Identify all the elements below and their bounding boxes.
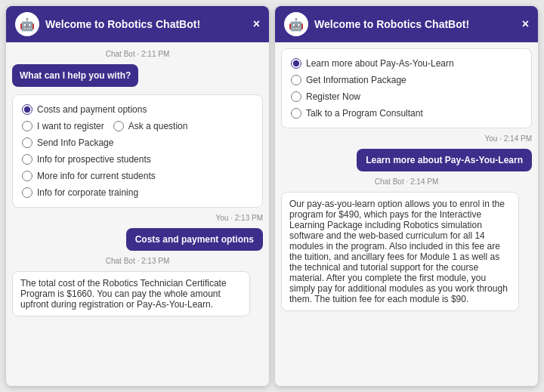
left-option-label-5: More info for current students xyxy=(37,171,156,181)
right-bot-response: Our pay-as-you-learn option allows you t… xyxy=(281,192,519,311)
right-option-label-2: Register Now xyxy=(306,91,360,102)
left-chat-title: Welcome to Robotics ChatBot! xyxy=(45,18,247,30)
left-option-3[interactable]: Send Info Package xyxy=(20,134,255,151)
right-option-2[interactable]: Register Now xyxy=(289,88,524,105)
left-option-label-3: Send Info Package xyxy=(37,137,113,148)
left-bot-response: The total cost of the Robotics Technicia… xyxy=(12,271,250,316)
left-close-button[interactable]: × xyxy=(253,18,260,30)
left-option-label-0: Costs and payment options xyxy=(37,104,147,115)
right-chat-header: 🤖 Welcome to Robotics ChatBot! × xyxy=(275,6,538,42)
left-radio-0[interactable] xyxy=(22,104,32,115)
left-option-4[interactable]: Info for prospective students xyxy=(20,151,255,168)
left-option-1[interactable]: I want to register xyxy=(20,118,106,134)
left-option-label-1: I want to register xyxy=(37,121,104,131)
left-radio-4[interactable] xyxy=(22,154,32,165)
left-radio-group: Costs and payment options I want to regi… xyxy=(12,94,263,208)
right-user-bubble: Learn more about Pay-As-You-Learn xyxy=(357,149,532,171)
right-radio-1[interactable] xyxy=(291,75,301,85)
right-bot-icon: 🤖 xyxy=(284,12,308,36)
left-option-0[interactable]: Costs and payment options xyxy=(20,101,255,118)
left-timestamp2: You · 2:13 PM xyxy=(12,214,263,222)
left-question-text: What can I help you with? xyxy=(12,64,138,87)
left-timestamp3: Chat Bot · 2:13 PM xyxy=(12,257,263,265)
left-radio-2[interactable] xyxy=(113,121,124,131)
left-option-row: I want to register Ask a question xyxy=(20,118,255,134)
right-radio-group: Learn more about Pay-As-You-Learn Get In… xyxy=(281,48,532,128)
right-option-0[interactable]: Learn more about Pay-As-You-Learn xyxy=(289,55,524,72)
right-chat-title: Welcome to Robotics ChatBot! xyxy=(314,18,516,30)
right-close-button[interactable]: × xyxy=(522,18,529,30)
left-option-2[interactable]: Ask a question xyxy=(112,118,190,134)
right-option-3[interactable]: Talk to a Program Consultant xyxy=(289,105,524,122)
right-chat-window: 🤖 Welcome to Robotics ChatBot! × Learn m… xyxy=(275,6,538,386)
right-radio-0[interactable] xyxy=(291,58,301,69)
left-chat-body: Chat Bot · 2:11 PM What can I help you w… xyxy=(6,42,269,386)
left-question-bubble: What can I help you with? xyxy=(12,64,263,90)
left-chat-header: 🤖 Welcome to Robotics ChatBot! × xyxy=(6,6,269,42)
right-timestamp2: Chat Bot · 2:14 PM xyxy=(281,177,532,186)
left-radio-5[interactable] xyxy=(22,171,32,181)
left-bot-icon: 🤖 xyxy=(15,12,39,36)
right-option-label-0: Learn more about Pay-As-You-Learn xyxy=(306,58,454,69)
left-chat-window: 🤖 Welcome to Robotics ChatBot! × Chat Bo… xyxy=(6,6,269,386)
left-timestamp1: Chat Bot · 2:11 PM xyxy=(12,50,263,58)
right-chat-body: Learn more about Pay-As-You-Learn Get In… xyxy=(275,42,538,386)
left-option-6[interactable]: Info for corporate training xyxy=(20,184,255,201)
left-option-label-4: Info for prospective students xyxy=(37,154,151,165)
left-radio-3[interactable] xyxy=(22,137,32,148)
left-user-bubble: Costs and payment options xyxy=(126,228,263,251)
left-radio-1[interactable] xyxy=(22,121,32,131)
right-radio-2[interactable] xyxy=(291,91,301,102)
right-option-label-3: Talk to a Program Consultant xyxy=(306,108,423,119)
right-radio-3[interactable] xyxy=(291,108,301,119)
left-option-label-2: Ask a question xyxy=(128,121,188,131)
left-option-label-6: Info for corporate training xyxy=(37,187,138,198)
right-option-label-1: Get Information Package xyxy=(306,75,406,85)
left-option-5[interactable]: More info for current students xyxy=(20,168,255,184)
right-timestamp1: You · 2:14 PM xyxy=(281,134,532,143)
left-radio-6[interactable] xyxy=(22,187,32,198)
right-option-1[interactable]: Get Information Package xyxy=(289,72,524,88)
